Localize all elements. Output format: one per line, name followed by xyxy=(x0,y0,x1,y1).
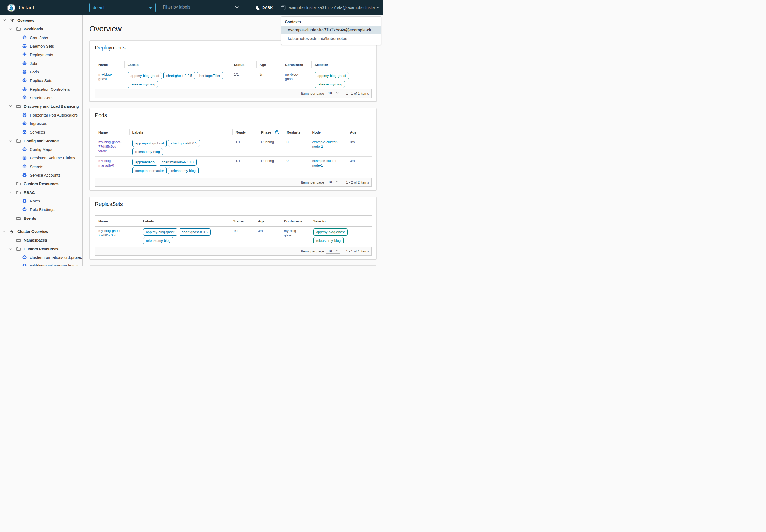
label-badge[interactable]: heritage:Tiller xyxy=(197,72,223,79)
label-badge[interactable]: app:my-blog-ghost xyxy=(143,228,178,236)
column-header-restarts: Restarts xyxy=(284,127,309,138)
chevron-down-icon xyxy=(336,92,339,94)
sidebar-item-workloads[interactable]: Workloads xyxy=(0,24,82,33)
sidebar-item-stateful-sets[interactable]: Stateful Sets xyxy=(0,93,82,102)
cell-labels: app:my-blog-ghostchart:ghost-8.0.5releas… xyxy=(140,227,230,247)
column-header-selector: Selector xyxy=(311,59,372,70)
label-badge[interactable]: release:my-blog xyxy=(143,237,174,244)
filter-icon[interactable] xyxy=(275,130,279,134)
cell-name: my-blog-ghost xyxy=(95,70,124,89)
page-size-select[interactable]: 10 xyxy=(326,91,340,96)
sidebar-item-config-and-storage[interactable]: Config and Storage xyxy=(0,136,82,145)
sidebar-item-label: Replica Sets xyxy=(0,78,82,83)
items-per-page-label: Items per page xyxy=(301,249,324,253)
sidebar-item-jobs[interactable]: Jobs xyxy=(0,59,82,68)
column-header-status: Status xyxy=(230,216,255,227)
sidebar-item-horizontal-pod-autoscalers[interactable]: Horizontal Pod Autoscalers xyxy=(0,111,82,119)
label-badge[interactable]: chart:ghost-8.0.5 xyxy=(168,140,200,147)
cell-text: my-blog-ghost xyxy=(285,72,309,81)
sidebar-item-overview[interactable]: Overview xyxy=(0,16,82,24)
sidebar-item-custom-resources[interactable]: Custom Resources xyxy=(0,179,82,188)
label-badge[interactable]: release:my-blog xyxy=(315,81,345,88)
label-filter-input[interactable]: Filter by labels xyxy=(161,4,241,11)
label-badge[interactable]: app:my-blog-ghost xyxy=(313,228,348,236)
cell-age: 3m xyxy=(256,70,282,89)
resource-link[interactable]: example-cluster-node-1 xyxy=(312,159,338,168)
sidebar-item-cron-jobs[interactable]: Cron Jobs xyxy=(0,33,82,42)
cell-age: 3m xyxy=(255,227,281,247)
table-row: my-blog-ghost-77df85c6cd-vf6dxapp:my-blo… xyxy=(95,138,372,157)
cell-status: 1/1 xyxy=(230,227,255,247)
context-option-0[interactable]: example-cluster-ka3TuTzYo4a@example-clu… xyxy=(281,26,381,34)
label-badge[interactable]: chart:ghost-8.0.5 xyxy=(179,228,211,236)
sidebar-item-label: Config and Storage xyxy=(0,138,82,143)
sidebar-item-config-maps[interactable]: Config Maps xyxy=(0,145,82,153)
sidebar-item-ingresses[interactable]: Ingresses xyxy=(0,119,82,128)
pagination-range: 1 - 2 of 2 items xyxy=(346,180,369,184)
sidebar-item-label: Discovery and Load Balancing xyxy=(0,104,82,109)
label-badge[interactable]: app:my-blog-ghost xyxy=(315,72,349,79)
cell-selector: app:my-blog-ghostrelease:my-blog xyxy=(311,70,372,89)
resource-link[interactable]: my-blog-ghost xyxy=(98,72,112,81)
label-badge[interactable]: app:my-blog-ghost xyxy=(132,140,167,147)
resource-link[interactable]: my-blog-ghost-77df85c6cd-vf6dx xyxy=(98,140,122,153)
sidebar-item-replication-controllers[interactable]: Replication Controllers xyxy=(0,85,82,93)
chevron-down-icon[interactable] xyxy=(235,6,239,9)
sidebar-item-persistent-volume-claims[interactable]: Persistent Volume Claims xyxy=(0,153,82,162)
label-badge[interactable]: app:my-blog-ghost xyxy=(128,72,162,79)
sidebar-item-clusterinformations-crd-projec[interactable]: clusterinformations.crd.projec xyxy=(0,253,82,261)
datagrid-pods: NameLabelsReadyPhaseRestartsNodeAgemy-bl… xyxy=(95,127,372,178)
label-badge[interactable]: chart:mariadb-6.13.0 xyxy=(159,159,197,166)
label-badge[interactable]: release:my-blog xyxy=(168,167,199,174)
sidebar-item-csidrivers-csi-storage-k8s-io[interactable]: csidrivers.csi.storage.k8s.io xyxy=(0,261,82,266)
namespace-select[interactable]: default xyxy=(89,3,156,12)
sidebar-item-label: Services xyxy=(0,130,82,134)
cell-containers: my-blog-ghost xyxy=(282,70,311,89)
cell-node: example-cluster-node-1 xyxy=(309,157,347,178)
context-option-1[interactable]: kubernetes-admin@kubernetes xyxy=(281,34,381,43)
label-badge[interactable]: component:master xyxy=(132,167,167,174)
resource-link[interactable]: example-cluster-node-2 xyxy=(312,140,338,149)
theme-toggle-button[interactable]: DARK xyxy=(255,5,273,10)
chevron-down-icon xyxy=(377,7,380,9)
sidebar-item-daemon-sets[interactable]: Daemon Sets xyxy=(0,42,82,50)
context-label: example-cluster-ka3TuTzYo4a@example-clus… xyxy=(288,5,375,10)
sidebar-item-discovery-and-load-balancing[interactable]: Discovery and Load Balancing xyxy=(0,102,82,110)
resource-link[interactable]: my-blog-ghost-77df85c6cd xyxy=(98,228,122,238)
sidebar-item-label: Cron Jobs xyxy=(0,35,82,40)
sidebar-item-secrets[interactable]: Secrets xyxy=(0,162,82,171)
sidebar-item-pods[interactable]: Pods xyxy=(0,68,82,76)
sidebar-item-custom-resources[interactable]: Custom Resources xyxy=(0,244,82,253)
label-badge[interactable]: chart:ghost-8.0.5 xyxy=(163,72,195,79)
cell-name: my-blog-ghost-77df85c6cd-vf6dx xyxy=(95,138,129,157)
context-switcher[interactable]: example-cluster-ka3TuTzYo4a@example-clus… xyxy=(281,5,380,10)
moon-icon xyxy=(255,5,260,10)
label-badge[interactable]: app:mariadb xyxy=(132,159,157,166)
column-header-name: Name xyxy=(95,127,129,138)
resource-link[interactable]: my-blog-mariadb-0 xyxy=(98,159,114,168)
sidebar-item-deployments[interactable]: Deployments xyxy=(0,50,82,59)
sidebar-item-label: Events xyxy=(0,216,82,220)
sidebar-item-service-accounts[interactable]: Service Accounts xyxy=(0,171,82,179)
sidebar-item-namespaces[interactable]: Namespaces xyxy=(0,236,82,244)
cell-text: 1/1 xyxy=(233,228,252,233)
sidebar-item-rbac[interactable]: RBAC xyxy=(0,188,82,197)
sidebar-item-role-bindings[interactable]: Role Bindings xyxy=(0,205,82,214)
chevron-down-icon xyxy=(336,250,339,252)
cell-text: 1/1 xyxy=(234,72,254,77)
octant-logo xyxy=(7,4,15,12)
sidebar-item-services[interactable]: Services xyxy=(0,128,82,136)
cell-age: 3m xyxy=(347,138,372,157)
table-row: my-blog-ghostapp:my-blog-ghostchart:ghos… xyxy=(95,70,372,89)
label-badge[interactable]: release:my-blog xyxy=(132,148,163,155)
sidebar-item-events[interactable]: Events xyxy=(0,214,82,222)
card-pods: PodsNameLabelsReadyPhaseRestartsNodeAgem… xyxy=(89,108,377,190)
sidebar-item-replica-sets[interactable]: Replica Sets xyxy=(0,76,82,85)
page-size-select[interactable]: 10 xyxy=(326,249,340,254)
cell-ready: 1/1 xyxy=(232,138,258,157)
sidebar-item-roles[interactable]: Roles xyxy=(0,197,82,205)
label-badge[interactable]: release:my-blog xyxy=(128,81,158,88)
page-size-select[interactable]: 10 xyxy=(326,180,340,185)
sidebar-item-cluster-overview[interactable]: Cluster Overview xyxy=(0,227,82,236)
label-badge[interactable]: release:my-blog xyxy=(313,237,344,244)
